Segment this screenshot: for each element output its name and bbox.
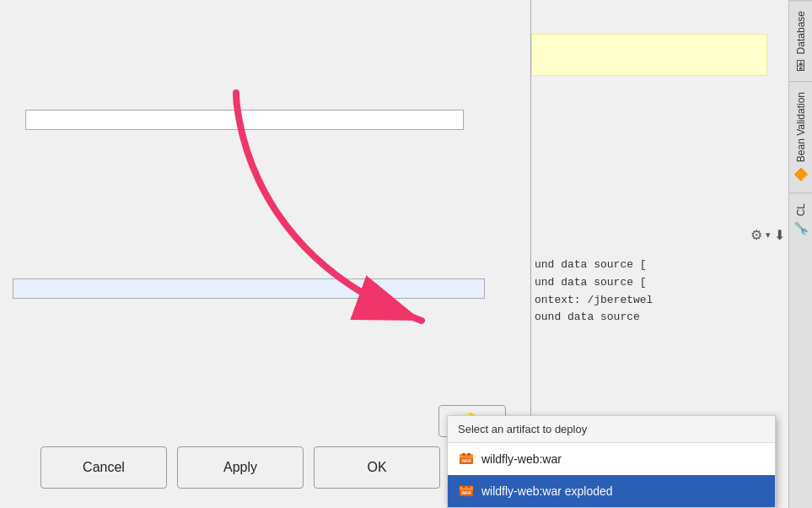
database-tab-label: Database [795,11,807,54]
database-tab-icon: 🗄 [794,59,808,71]
artifact-war-icon: WAR [458,451,475,467]
dropdown-header: Select an artifact to deploy [448,416,775,443]
log-line-4: ound data source [535,309,764,327]
svg-rect-9 [467,485,471,488]
bean-validation-tab-label: Bean Validation [795,92,807,162]
cancel-button[interactable]: Cancel [40,446,167,489]
log-area: und data source [ und data source [ onte… [531,253,767,330]
side-tabs: 🗄 Database 🔶 Bean Validation 🔧 CL [788,0,812,508]
svg-rect-3 [462,453,465,456]
artifact-dropdown: Select an artifact to deploy WAR wildfly… [447,415,776,508]
bean-validation-tab-icon: 🔶 [794,168,808,182]
ok-button[interactable]: OK [314,446,440,489]
tab-cl[interactable]: 🔧 CL [789,192,812,246]
log-line-2: und data source [ [535,274,764,292]
artifact-war-label: wildfly-web:war [481,452,562,466]
gear-icon[interactable]: ⚙ [750,227,762,243]
artifact-item-war[interactable]: WAR wildfly-web:war [448,443,775,475]
artifact-item-war-exploded[interactable]: WAR wildfly-web:war exploded [448,475,775,507]
tab-database[interactable]: 🗄 Database [789,0,812,81]
download-icon[interactable]: ⬇ [774,227,785,243]
yellow-highlight [531,34,767,76]
log-line-3: ontext: /jberetwel [535,292,764,310]
cl-tab-label: CL [795,203,807,216]
log-line-1: und data source [ [535,257,764,274]
panel-toolbar: ⚙ ▾ ⬇ [747,224,788,246]
artifact-war-exploded-icon: WAR [458,483,475,500]
gear-dropdown-arrow[interactable]: ▾ [766,230,771,240]
apply-button[interactable]: Apply [177,446,304,489]
tab-bean-validation[interactable]: 🔶 Bean Validation [789,81,812,192]
svg-text:WAR: WAR [461,490,471,495]
artifact-war-exploded-label: wildfly-web:war exploded [481,484,613,498]
svg-text:WAR: WAR [461,458,471,463]
svg-rect-8 [462,485,465,488]
middle-input-field[interactable] [13,278,485,299]
button-row: Cancel Apply OK [0,446,481,489]
cl-tab-icon: 🔧 [794,221,808,235]
top-input-field[interactable] [25,110,464,130]
svg-rect-4 [467,453,471,456]
